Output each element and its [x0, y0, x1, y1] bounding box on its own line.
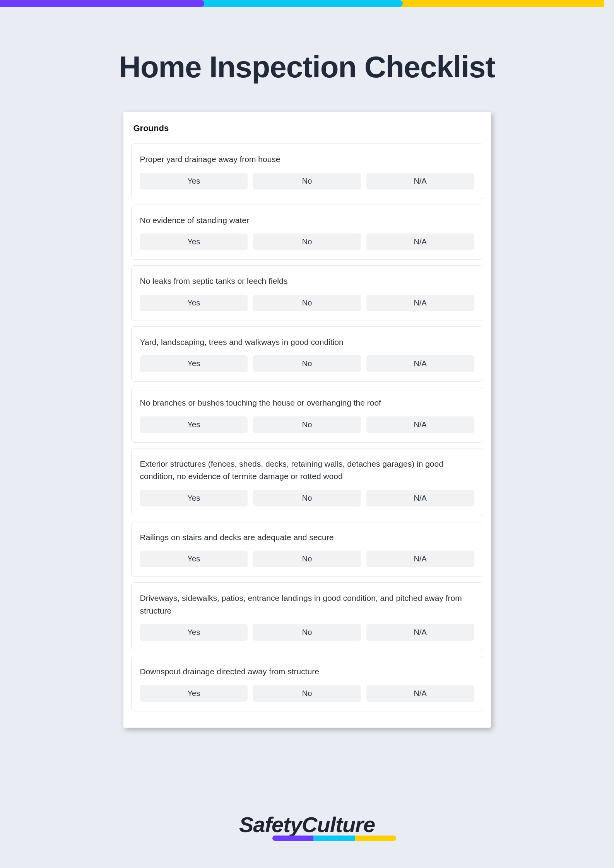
option-na-button[interactable]: N/A: [366, 295, 474, 311]
question-block: Driveways, sidewalks, patios, entrance l…: [131, 582, 483, 650]
question-block: Yard, landscaping, trees and walkways in…: [131, 326, 483, 382]
option-na-button[interactable]: N/A: [366, 355, 474, 372]
question-text: Exterior structures (fences, sheds, deck…: [140, 458, 474, 483]
question-text: Yard, landscaping, trees and walkways in…: [140, 336, 474, 349]
option-na-button[interactable]: N/A: [366, 624, 474, 641]
option-yes-button[interactable]: Yes: [140, 551, 248, 567]
option-yes-button[interactable]: Yes: [140, 490, 248, 506]
question-block: Downspout drainage directed away from st…: [131, 656, 483, 711]
option-yes-button[interactable]: Yes: [140, 173, 248, 189]
question-block: Railings on stairs and decks are adequat…: [131, 522, 483, 577]
option-no-button[interactable]: No: [253, 416, 361, 433]
question-text: No branches or bushes touching the house…: [140, 397, 474, 409]
option-na-button[interactable]: N/A: [366, 490, 474, 506]
option-na-button[interactable]: N/A: [366, 685, 474, 702]
option-na-button[interactable]: N/A: [366, 173, 474, 189]
option-no-button[interactable]: No: [253, 685, 361, 702]
option-row: YesNoN/A: [140, 624, 474, 641]
question-block: No branches or bushes touching the house…: [131, 387, 483, 443]
accent-cyan: [197, 0, 402, 7]
option-yes-button[interactable]: Yes: [140, 685, 248, 702]
logo-underline: [272, 836, 396, 841]
option-row: YesNoN/A: [140, 416, 474, 433]
accent-yellow: [396, 0, 605, 7]
question-block: No evidence of standing waterYesNoN/A: [131, 205, 483, 260]
question-text: No evidence of standing water: [140, 214, 474, 227]
question-block: Exterior structures (fences, sheds, deck…: [131, 448, 483, 516]
option-no-button[interactable]: No: [253, 173, 361, 189]
section-title: Grounds: [131, 121, 483, 143]
option-yes-button[interactable]: Yes: [140, 416, 248, 433]
option-no-button[interactable]: No: [253, 234, 361, 250]
checklist-card: Grounds Proper yard drainage away from h…: [123, 112, 491, 728]
option-yes-button[interactable]: Yes: [140, 234, 248, 250]
option-yes-button[interactable]: Yes: [140, 295, 248, 311]
option-na-button[interactable]: N/A: [366, 551, 474, 567]
option-no-button[interactable]: No: [253, 355, 361, 372]
question-block: Proper yard drainage away from houseYesN…: [131, 143, 483, 199]
option-yes-button[interactable]: Yes: [140, 624, 248, 641]
option-no-button[interactable]: No: [253, 490, 361, 506]
option-row: YesNoN/A: [140, 295, 474, 311]
option-row: YesNoN/A: [140, 355, 474, 372]
option-no-button[interactable]: No: [253, 624, 361, 641]
option-no-button[interactable]: No: [253, 295, 361, 311]
question-block: No leaks from septic tanks or leech fiel…: [131, 265, 483, 321]
option-row: YesNoN/A: [140, 685, 474, 702]
option-row: YesNoN/A: [140, 551, 474, 567]
footer-logo: SafetyCulture: [218, 812, 396, 841]
question-text: Proper yard drainage away from house: [140, 153, 474, 166]
option-row: YesNoN/A: [140, 490, 474, 506]
option-no-button[interactable]: No: [253, 551, 361, 567]
option-na-button[interactable]: N/A: [366, 416, 474, 433]
option-row: YesNoN/A: [140, 234, 474, 250]
question-text: No leaks from septic tanks or leech fiel…: [140, 275, 474, 288]
page-title: Home Inspection Checklist: [0, 49, 614, 85]
option-yes-button[interactable]: Yes: [140, 355, 248, 372]
question-text: Downspout drainage directed away from st…: [140, 665, 474, 678]
logo-text: SafetyCulture: [218, 812, 396, 837]
question-text: Railings on stairs and decks are adequat…: [140, 531, 474, 544]
option-row: YesNoN/A: [140, 173, 474, 189]
accent-purple: [0, 0, 204, 7]
question-text: Driveways, sidewalks, patios, entrance l…: [140, 592, 474, 617]
top-accent-bar: [0, 0, 614, 7]
option-na-button[interactable]: N/A: [366, 234, 474, 250]
